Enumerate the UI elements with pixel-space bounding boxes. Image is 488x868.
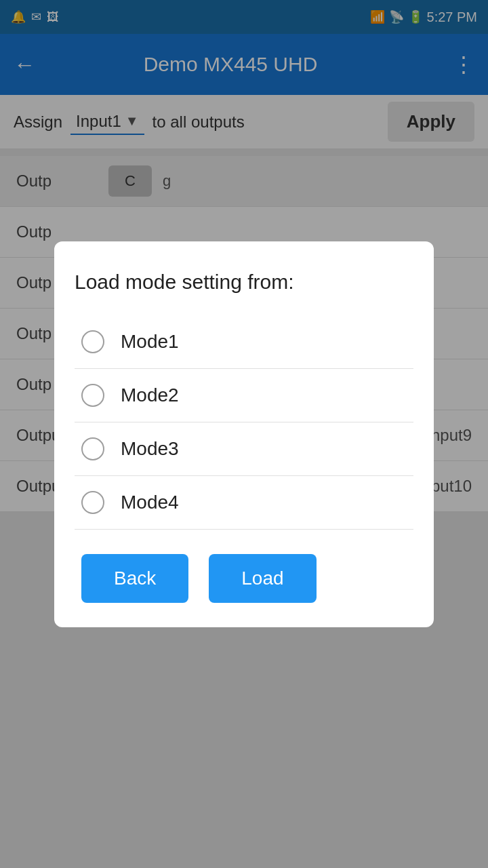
dialog-buttons: Back Load (75, 554, 413, 603)
mode1-label: Mode1 (121, 331, 179, 353)
load-button[interactable]: Load (209, 554, 316, 603)
mode4-label: Mode4 (121, 492, 179, 513)
mode3-option[interactable]: Mode3 (75, 422, 413, 476)
back-dialog-button[interactable]: Back (81, 554, 188, 603)
dialog: Load mode setting from: Mode1 Mode2 Mode… (54, 241, 434, 627)
overlay: Load mode setting from: Mode1 Mode2 Mode… (0, 0, 488, 868)
mode3-radio[interactable] (81, 437, 104, 460)
dialog-title: Load mode setting from: (75, 269, 413, 295)
mode4-radio[interactable] (81, 491, 104, 514)
mode3-label: Mode3 (121, 438, 179, 460)
mode1-radio[interactable] (81, 330, 104, 353)
mode2-label: Mode2 (121, 384, 179, 406)
mode2-radio[interactable] (81, 384, 104, 407)
mode2-option[interactable]: Mode2 (75, 369, 413, 422)
mode4-option[interactable]: Mode4 (75, 476, 413, 530)
mode1-option[interactable]: Mode1 (75, 315, 413, 369)
